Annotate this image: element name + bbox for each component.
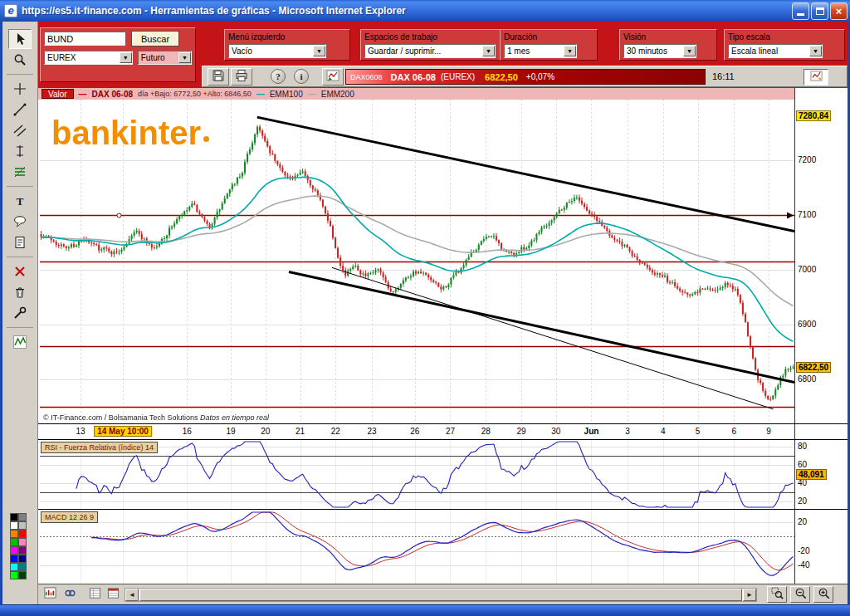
emm200-label: EMM200 [321, 90, 354, 99]
color-swatch[interactable] [18, 513, 27, 521]
color-swatch[interactable] [10, 530, 18, 538]
zoom-in-button[interactable] [813, 586, 833, 603]
ticker-code: DAX0608 [350, 73, 383, 81]
price-axis-label: 7100 [798, 210, 816, 219]
help-button[interactable]: ? [271, 69, 286, 84]
color-swatch[interactable] [18, 571, 27, 579]
symbol-search-input[interactable] [44, 32, 125, 46]
info-icon: i [300, 71, 302, 81]
zoom-out-button[interactable] [790, 586, 810, 603]
time-axis-label: 6 [731, 427, 736, 436]
tool-separator [7, 71, 33, 75]
zoom-selection-button[interactable] [767, 586, 787, 603]
macd-axis-label: -20 [798, 546, 809, 555]
link-icon [64, 587, 76, 603]
vertical-line-tool[interactable] [8, 141, 32, 161]
time-axis-label: 26 [410, 427, 419, 436]
cursor-tool[interactable] [8, 29, 32, 49]
color-swatch[interactable] [18, 555, 27, 563]
color-swatch[interactable] [10, 513, 18, 521]
macd-canvas[interactable] [40, 510, 794, 584]
load-chart-button[interactable] [322, 68, 344, 86]
chart-legend: Valor — DAX 06-08 día +Bajo: 6772,50 +Al… [38, 88, 794, 100]
time-axis-label: 9 [766, 427, 771, 436]
close-button[interactable]: × [830, 2, 848, 20]
color-swatch[interactable] [18, 546, 27, 555]
window-title: https://es5.it-finance.com - Herramienta… [22, 5, 790, 17]
scroll-right-button[interactable]: ► [743, 589, 756, 601]
info-button[interactable]: i [294, 69, 309, 84]
instrument-ticker[interactable]: DAX0608 DAX 06-08 (EUREX) 6822,50 +0,07% [345, 69, 706, 85]
color-swatch[interactable] [18, 538, 27, 546]
bankinter-watermark: bankinter [51, 115, 209, 152]
price-axis-label: 6900 [798, 320, 816, 329]
dropdown-arrow-icon: ▼ [120, 52, 132, 63]
cr0sshair-tool[interactable] [8, 79, 32, 99]
save-button[interactable] [208, 68, 229, 86]
ticker-change: +0,07% [526, 72, 554, 81]
rsi-label[interactable]: RSI - Fuerza Relativa (índice) 14 [41, 442, 158, 453]
scale-type-group: Tipo escala Escala lineal ▼ [724, 29, 845, 61]
vision-group: Visión 30 minutos ▼ [619, 29, 717, 61]
new-chart-button[interactable] [42, 587, 58, 602]
instrument-select[interactable]: Futuro ▼ [138, 51, 192, 65]
parallel-channel-tool[interactable] [8, 120, 32, 140]
ticker-exchange: (EUREX) [441, 72, 475, 81]
color-swatch[interactable] [10, 538, 18, 546]
zoom-out-icon [794, 587, 807, 603]
group-label: Espacios de trabajo [364, 32, 509, 42]
time-axis-label: 22 [331, 427, 340, 436]
time-axis-label: 13 [76, 427, 85, 436]
timeframe-select[interactable]: 30 minutos ▼ [623, 44, 696, 58]
minimize-button[interactable] [792, 2, 809, 20]
scrollbar-thumb[interactable] [139, 589, 742, 601]
popup-chart-button[interactable] [804, 69, 828, 86]
portfolio-button[interactable] [105, 587, 121, 602]
trash-tool[interactable] [8, 282, 32, 302]
link-charts-button[interactable] [61, 587, 78, 602]
color-swatch[interactable] [10, 546, 18, 555]
quote-list-button[interactable] [86, 587, 103, 602]
time-axis-label: 30 [551, 427, 560, 436]
rsi-axis-label: 20 [798, 496, 807, 506]
realtime-note: Datos en tiempo real [200, 413, 269, 422]
horizontal-scrollbar[interactable]: ◄ ► [125, 588, 757, 602]
callout-tool[interactable] [8, 212, 32, 232]
title-bar[interactable]: e https://es5.it-finance.com - Herramien… [0, 0, 850, 22]
maximize-button[interactable] [811, 2, 828, 20]
color-swatch[interactable] [18, 521, 27, 530]
floppy-icon [212, 69, 225, 86]
rsi-axis-label: 80 [798, 442, 807, 451]
print-button[interactable] [231, 68, 252, 86]
bottom-toolbar: ◄ ► [38, 584, 848, 604]
workspaces-select[interactable]: Guardar / suprimir... ▼ [364, 44, 496, 58]
text-tool[interactable]: T [8, 191, 32, 211]
dropdown-arrow-icon: ▼ [809, 46, 822, 56]
color-swatch[interactable] [10, 571, 18, 579]
left-menu-select[interactable]: Vacío ▼ [228, 44, 326, 58]
macd-label[interactable]: MACD 12 26 9 [41, 511, 98, 523]
group-label: Menú izquierdo [228, 32, 346, 42]
time-axis-label: 4 [661, 427, 666, 436]
zoom-tool[interactable] [8, 50, 32, 70]
drawing-settings-tool[interactable] [8, 303, 32, 323]
valor-chip[interactable]: Valor [42, 89, 74, 99]
color-swatch[interactable] [10, 555, 18, 563]
macd-panel: MACD 12 26 9 [38, 509, 794, 584]
fibonacci-tool[interactable] [8, 162, 32, 182]
search-button[interactable]: Buscar [131, 31, 179, 46]
erase-drawings-tool[interactable] [8, 262, 32, 281]
duration-select[interactable]: 1 mes ▼ [504, 44, 577, 58]
color-swatch[interactable] [10, 563, 18, 571]
trendline-tool[interactable] [8, 100, 32, 120]
time-axis-label: 3 [625, 427, 630, 436]
notes-tool[interactable] [8, 232, 32, 252]
scale-select[interactable]: Escala lineal ▼ [728, 44, 823, 58]
color-swatch[interactable] [18, 530, 27, 538]
zoom-selection-icon [771, 587, 784, 603]
zigzag-indicator-tool[interactable] [8, 332, 32, 352]
market-select[interactable]: EUREX ▼ [44, 51, 133, 65]
color-swatch[interactable] [18, 563, 27, 571]
scroll-left-button[interactable]: ◄ [125, 589, 139, 601]
color-swatch[interactable] [10, 521, 18, 530]
